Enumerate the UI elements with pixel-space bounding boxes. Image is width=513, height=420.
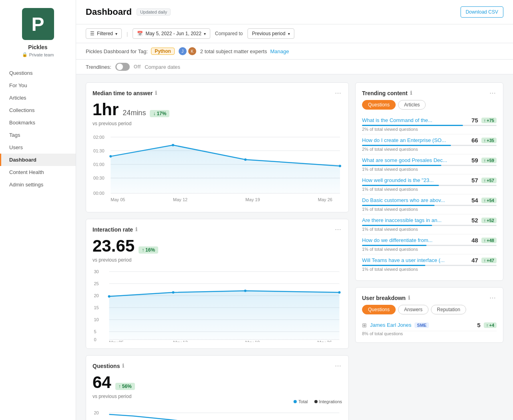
sidebar-item-articles[interactable]: Articles bbox=[0, 92, 76, 104]
trending-link[interactable]: How do we differentiate from... bbox=[362, 237, 464, 243]
trending-item: How well grounded is the "23... 57 ↑+57 … bbox=[362, 174, 497, 194]
metric-min: 24mins bbox=[123, 109, 146, 117]
filters-bar: ☰ Filtered ▾ | 📅 May 5, 2022 - Jun 1, 20… bbox=[76, 24, 513, 43]
trending-link[interactable]: Will Teams have a user interface (... bbox=[362, 257, 464, 263]
period-button[interactable]: Previous period ▾ bbox=[247, 28, 294, 39]
trending-item: Will Teams have a user interface (... 47… bbox=[362, 254, 497, 274]
trending-tab-articles[interactable]: Articles bbox=[398, 100, 426, 110]
download-csv-button[interactable]: Download CSV bbox=[461, 6, 503, 18]
arrow-up-trending: ↑ bbox=[484, 158, 486, 163]
sidebar-item-dashboard[interactable]: Dashboard bbox=[0, 154, 76, 166]
trendlines-toggle[interactable] bbox=[115, 63, 130, 71]
svg-point-38 bbox=[108, 295, 111, 298]
user-breakdown-tabs: Questions Answers Reputation bbox=[362, 305, 497, 314]
median-time-vs: vs previous period bbox=[93, 121, 342, 126]
svg-text:May 26: May 26 bbox=[318, 197, 332, 202]
nav-link-questions[interactable]: Questions bbox=[0, 67, 76, 79]
sidebar-item-content-health[interactable]: Content Health bbox=[0, 166, 76, 178]
trending-sub: 1% of total viewed questions bbox=[362, 187, 497, 192]
nav-link-admin-settings[interactable]: Admin settings bbox=[0, 178, 76, 191]
chevron-down-icon: ▾ bbox=[115, 32, 117, 36]
trending-link[interactable]: What is the Command of the... bbox=[362, 117, 464, 123]
trending-link[interactable]: Are there inaccessible tags in an... bbox=[362, 217, 464, 223]
svg-point-40 bbox=[244, 290, 247, 292]
nav-link-tags[interactable]: Tags bbox=[0, 129, 76, 141]
interaction-rate-metric: 23.65 ↑ 16% bbox=[93, 236, 342, 256]
trending-badge: ↑+75 bbox=[481, 118, 497, 123]
nav-link-content-health[interactable]: Content Health bbox=[0, 166, 76, 178]
avatar-group: J K bbox=[178, 46, 197, 56]
sidebar-item-collections[interactable]: Collections bbox=[0, 104, 76, 116]
user-tab-answers[interactable]: Answers bbox=[398, 305, 429, 314]
user-breakdown-menu[interactable]: ⋯ bbox=[489, 294, 497, 302]
median-time-badge: ↓ 17% bbox=[150, 110, 169, 117]
trending-link[interactable]: How do I create an Enterprise (SO... bbox=[362, 137, 464, 143]
sidebar-item-users[interactable]: Users bbox=[0, 141, 76, 154]
arrow-up-trending: ↑ bbox=[484, 138, 486, 143]
nav-link-users[interactable]: Users bbox=[0, 141, 76, 154]
avatar-2: K bbox=[187, 46, 197, 56]
nav-link-collections[interactable]: Collections bbox=[0, 104, 76, 116]
trending-badge: ↑+52 bbox=[481, 218, 497, 223]
trendlines-label: Trendlines: bbox=[86, 64, 111, 70]
progress-bar-wrap bbox=[362, 245, 497, 246]
interaction-rate-title: Interaction rate ℹ bbox=[93, 226, 137, 233]
trending-menu[interactable]: ⋯ bbox=[489, 89, 497, 97]
manage-link[interactable]: Manage bbox=[270, 48, 289, 54]
trending-count: 59 bbox=[467, 157, 478, 164]
svg-text:May 05: May 05 bbox=[111, 197, 125, 202]
svg-text:02:00: 02:00 bbox=[93, 135, 105, 140]
user-change-badge: ↑+4 bbox=[484, 322, 497, 328]
interaction-rate-badge: ↑ 16% bbox=[139, 246, 158, 254]
arrow-up-trending: ↑ bbox=[484, 258, 486, 263]
trending-sub: 2% of total viewed questions bbox=[362, 147, 497, 152]
svg-text:0: 0 bbox=[94, 337, 97, 342]
progress-bar-wrap bbox=[362, 205, 497, 206]
trending-count: 47 bbox=[467, 257, 478, 264]
info-icon-interaction: ℹ bbox=[135, 226, 137, 232]
trending-content-card: Trending content ℹ ⋯ Questions Articles … bbox=[355, 82, 503, 281]
user-tab-reputation[interactable]: Reputation bbox=[431, 305, 466, 314]
info-icon-questions: ℹ bbox=[122, 363, 124, 369]
trendlines-bar: Trendlines: Off Compare dates bbox=[76, 60, 513, 74]
team-logo: P bbox=[22, 8, 54, 40]
content-area: Median time to answer ℹ ⋯ 1hr 24mins ↓ 1… bbox=[76, 74, 513, 420]
trending-link[interactable]: What are some good Presales Dec... bbox=[362, 157, 464, 163]
sidebar-item-tags[interactable]: Tags bbox=[0, 129, 76, 141]
trending-sub: 1% of total viewed questions bbox=[362, 207, 497, 212]
median-time-menu[interactable]: ⋯ bbox=[335, 89, 342, 97]
progress-bar-fill bbox=[362, 225, 432, 226]
trending-count: 66 bbox=[467, 137, 478, 144]
progress-bar-fill bbox=[362, 245, 426, 246]
nav-link-bookmarks[interactable]: Bookmarks bbox=[0, 116, 76, 129]
trending-link[interactable]: Do Basic customers who are abov... bbox=[362, 197, 464, 203]
nav-link-dashboard[interactable]: Dashboard bbox=[0, 154, 76, 166]
page-title: Dashboard bbox=[86, 7, 132, 17]
svg-text:May 12: May 12 bbox=[173, 340, 188, 342]
trending-item: How do we differentiate from... 48 ↑+48 … bbox=[362, 234, 497, 254]
sidebar-item-for-you[interactable]: For You bbox=[0, 79, 76, 92]
questions-title: Questions ℹ bbox=[93, 363, 124, 369]
metric-questions: 64 bbox=[93, 373, 111, 392]
filtered-button[interactable]: ☰ Filtered ▾ bbox=[86, 28, 122, 39]
compared-to-label: Compared to bbox=[215, 31, 243, 36]
trending-item-row: What is the Command of the... 75 ↑+75 bbox=[362, 117, 497, 124]
interaction-rate-menu[interactable]: ⋯ bbox=[335, 226, 342, 233]
questions-svg: 20 May 05 May 12 May 19 May 26 bbox=[93, 407, 342, 420]
sidebar-item-bookmarks[interactable]: Bookmarks bbox=[0, 116, 76, 129]
sidebar-item-questions[interactable]: Questions bbox=[0, 67, 76, 79]
user-name-link[interactable]: James Earl Jones bbox=[370, 322, 411, 328]
sidebar-item-admin-settings[interactable]: Admin settings bbox=[0, 178, 76, 191]
trending-tab-questions[interactable]: Questions bbox=[362, 100, 396, 110]
nav-link-articles[interactable]: Articles bbox=[0, 92, 76, 104]
user-breakdown-header: User breakdown ℹ ⋯ bbox=[362, 294, 497, 302]
legend-dot-total bbox=[294, 400, 297, 403]
questions-menu[interactable]: ⋯ bbox=[335, 362, 342, 370]
trending-link[interactable]: How well grounded is the "23... bbox=[362, 177, 464, 183]
date-range-button[interactable]: 📅 May 5, 2022 - Jun 1, 2022 ▾ bbox=[133, 28, 210, 39]
user-tab-questions[interactable]: Questions bbox=[362, 305, 396, 314]
progress-bar-fill bbox=[362, 145, 451, 146]
svg-text:May 26: May 26 bbox=[318, 340, 332, 342]
nav-link-for-you[interactable]: For You bbox=[0, 79, 76, 92]
questions-metric: 64 ↑ 56% bbox=[93, 373, 342, 392]
